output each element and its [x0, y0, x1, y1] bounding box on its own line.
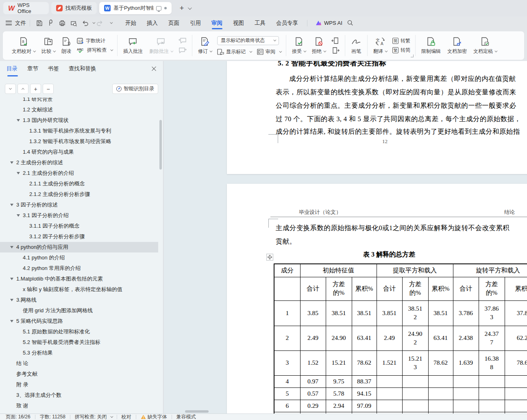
table-cell[interactable]: 1.52: [300, 350, 326, 375]
sidebar-scrollbar-thumb[interactable]: [159, 120, 162, 170]
menu-item-reference[interactable]: 引用: [185, 16, 206, 30]
toc-item[interactable]: 3、选择主成分个数: [0, 390, 158, 400]
table-cell[interactable]: 2.49: [300, 326, 326, 350]
toc-item[interactable]: 参考文献: [0, 369, 158, 379]
sidebar-tab-chapters[interactable]: 章节: [27, 65, 38, 76]
wps-ai-button[interactable]: WPS AI: [315, 20, 342, 26]
table-cell[interactable]: 94.15: [352, 387, 377, 400]
variance-table[interactable]: 成分初始特征值提取平方和载入旋转平方和载入合计方差 的%累积%合计方差 的%累积…: [274, 263, 527, 413]
table-cell[interactable]: 24.90 2: [402, 326, 428, 350]
zoom-in-button[interactable]: +: [30, 84, 41, 94]
restrict-editing-button[interactable]: 限制编辑: [418, 33, 444, 59]
table-cell[interactable]: [428, 375, 453, 387]
sidebar-tab-find-replace[interactable]: 查找和替换: [69, 65, 96, 76]
collapse-arrow-icon[interactable]: [17, 172, 20, 174]
toc-item[interactable]: 3.1.1 因子分析的概念: [0, 221, 158, 231]
toc-item[interactable]: 1.3.2 智能手机市场发展与经营策略: [0, 136, 158, 147]
status-proofing[interactable]: 校对: [122, 413, 131, 420]
table-cell[interactable]: [453, 400, 479, 412]
table-cell[interactable]: 37.86: [505, 300, 527, 326]
status-compat-mode[interactable]: 兼容模式: [176, 413, 196, 420]
toc-item[interactable]: 5.3 分析结果: [0, 348, 158, 358]
toc-item[interactable]: 3.网格线: [0, 295, 158, 305]
to-simplified-button[interactable]: 繁 转简: [392, 47, 410, 54]
smart-toc-button[interactable]: 智能识别目录: [112, 84, 158, 94]
table-cell[interactable]: 97.09: [352, 400, 377, 412]
toc-item[interactable]: 4.2 python 常用库的介绍: [0, 263, 158, 274]
print-preview-button[interactable]: [69, 18, 78, 28]
toc-item[interactable]: 1.1 研究背景: [0, 98, 158, 104]
next-comment-button-disabled[interactable]: [178, 47, 187, 54]
toc-item[interactable]: 致 谢: [0, 400, 158, 411]
table-cell[interactable]: [505, 387, 527, 400]
table-cell[interactable]: [402, 400, 428, 412]
menu-item-review-active[interactable]: 审阅: [206, 16, 228, 30]
table-cell[interactable]: 9.75: [326, 375, 352, 387]
table-cell[interactable]: 16.38 8: [479, 350, 505, 375]
table-cell[interactable]: 3.786: [453, 300, 479, 326]
toc-item[interactable]: 1.3.1 智能手机操作系统发展与专利: [0, 126, 158, 136]
word-count-button[interactable]: 12 字数统计: [77, 37, 112, 44]
table-cell[interactable]: [505, 400, 527, 412]
toc-item[interactable]: 结 论: [0, 358, 158, 369]
table-cell[interactable]: 0.97: [300, 375, 326, 387]
collapse-arrow-icon[interactable]: [10, 204, 13, 206]
table-move-handle[interactable]: [266, 254, 273, 261]
zoom-out-button[interactable]: −: [43, 84, 54, 94]
table-cell[interactable]: [479, 400, 505, 412]
toc-item[interactable]: 3 因子分析的综述: [0, 200, 158, 210]
toc-item[interactable]: 2 主成份分析的综述: [0, 157, 158, 168]
collapse-arrow-icon[interactable]: [10, 299, 13, 301]
track-changes-button[interactable]: 修订: [195, 33, 215, 59]
toc-item[interactable]: 附 录: [0, 379, 158, 390]
table-cell[interactable]: 37.86 3: [479, 300, 505, 326]
collapse-arrow-icon[interactable]: [10, 161, 13, 164]
show-markup-button[interactable]: 显示标记: [217, 48, 251, 55]
table-cell[interactable]: 38.51: [352, 300, 377, 326]
status-missing-font[interactable]: 缺失字体: [141, 413, 167, 420]
collapse-arrow-icon[interactable]: [10, 246, 13, 248]
collapse-arrow-icon[interactable]: [17, 119, 20, 122]
menu-item-view[interactable]: 视图: [228, 16, 249, 30]
table-cell[interactable]: 1.639: [453, 350, 479, 375]
translate-button[interactable]: 文A 翻译: [370, 33, 390, 59]
table-cell[interactable]: [402, 387, 428, 400]
table-cell[interactable]: 78.62: [505, 350, 527, 375]
table-cell[interactable]: 0.29: [300, 400, 326, 412]
collapse-all-button[interactable]: [17, 84, 28, 94]
table-cell[interactable]: 2.49: [377, 326, 402, 350]
table-cell[interactable]: [453, 387, 479, 400]
undo-button[interactable]: [80, 18, 90, 28]
table-cell[interactable]: 63.41: [352, 326, 377, 350]
file-menu[interactable]: 文件: [15, 20, 26, 27]
table-cell[interactable]: 15.21 3: [402, 350, 428, 375]
spell-check-button[interactable]: ABC 拼写检查: [77, 47, 112, 54]
print-button[interactable]: [57, 18, 67, 28]
menu-item-start[interactable]: 开始: [120, 16, 142, 30]
status-word-count[interactable]: 字数: 11258: [40, 413, 65, 420]
table-cell[interactable]: 88.37: [352, 375, 377, 387]
new-tab-button[interactable]: +: [177, 4, 186, 13]
toc-item[interactable]: 2.1.2 主成份分析分析步骤: [0, 189, 158, 200]
table-cell[interactable]: 38.51: [428, 300, 453, 326]
toc-item[interactable]: 使用 grid 方法为图添加网格线: [0, 305, 158, 316]
table-cell[interactable]: 62.24: [505, 326, 527, 350]
collapse-arrow-icon[interactable]: [10, 278, 13, 280]
table-cell[interactable]: [402, 375, 428, 387]
table-cell[interactable]: 15.21: [326, 350, 352, 375]
close-icon[interactable]: [151, 65, 157, 72]
markup-state-select[interactable]: 显示标记的最终状态: [217, 36, 279, 45]
toc-item[interactable]: 1.4 研究的内容与成果: [0, 147, 158, 157]
search-icon[interactable]: [346, 18, 355, 28]
table-cell[interactable]: 5: [274, 387, 300, 400]
encrypt-document-button[interactable]: 文档加密: [444, 33, 470, 59]
table-cell[interactable]: 3.851: [377, 300, 402, 326]
table-cell[interactable]: 2.438: [453, 326, 479, 350]
to-traditional-button[interactable]: 简 转繁: [392, 37, 410, 44]
toc-item[interactable]: 2.1.1 主成份分析的概念: [0, 178, 158, 189]
finalize-document-button[interactable]: 文档定稿: [470, 33, 500, 59]
table-cell[interactable]: [377, 375, 402, 387]
review-pane-button[interactable]: 审阅: [257, 48, 281, 55]
toc-item[interactable]: 1.Matplotlib 中的基本图表包括的元素: [0, 274, 158, 284]
redo-button-disabled[interactable]: [95, 18, 105, 28]
